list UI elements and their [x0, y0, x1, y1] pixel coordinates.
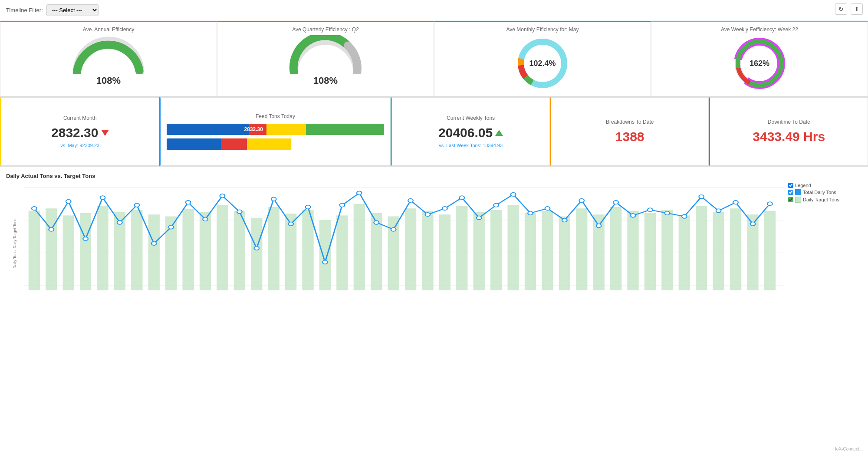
svg-rect-32 [319, 220, 331, 290]
timeline-select[interactable]: --- Select --- [46, 4, 99, 16]
svg-rect-53 [679, 215, 690, 290]
stat-feed-tons-title: Feed Tons Today [256, 113, 295, 119]
svg-point-81 [408, 199, 413, 203]
legend-total-checkbox[interactable] [788, 190, 793, 195]
svg-point-95 [648, 208, 653, 212]
svg-rect-58 [764, 211, 776, 290]
svg-rect-49 [610, 207, 621, 290]
svg-point-87 [511, 193, 516, 197]
svg-point-78 [357, 191, 362, 195]
stat-breakdowns-title: Breakdowns To Date [606, 119, 654, 125]
gauge-monthly-title: Ave Monthly Efficiency for: May [439, 26, 646, 33]
stat-downtime: Downtime To Date 3433.49 Hrs [709, 97, 868, 166]
svg-point-65 [135, 203, 140, 207]
svg-point-79 [374, 220, 379, 224]
semi-gauge-quarterly [286, 35, 365, 74]
donut-gauge-monthly: 102.4% [514, 35, 571, 92]
svg-rect-44 [525, 213, 536, 290]
svg-point-99 [716, 209, 721, 213]
gauge-monthly-value: 102.4% [529, 59, 556, 68]
svg-rect-28 [251, 218, 262, 290]
svg-point-74 [288, 222, 293, 226]
stat-current-month-value: 2832.30 [51, 125, 108, 140]
gauge-annual-value: 108% [5, 75, 212, 86]
export-button[interactable]: ⬆ [851, 3, 863, 15]
svg-rect-56 [730, 208, 741, 290]
stat-weekly-tons: Current Weekly Tons 20406.05 vs. Last We… [391, 97, 550, 166]
feed-tons-bar-top: 2832.30 [167, 124, 385, 135]
svg-point-63 [100, 196, 105, 200]
svg-rect-41 [473, 212, 485, 290]
svg-rect-39 [439, 214, 450, 290]
stat-breakdowns: Breakdowns To Date 1388 [550, 97, 709, 166]
gauge-weekly-title: Ave Weekly Eefficiency: Week 22 [656, 26, 863, 33]
svg-point-67 [168, 225, 174, 229]
svg-rect-45 [542, 211, 553, 290]
chart-title: Daily Actual Tons vs. Target Tons [6, 173, 862, 179]
gauge-quarterly: Ave Quarterly Efficiency : Q2 108% [217, 21, 434, 96]
svg-rect-35 [371, 213, 382, 290]
legend-label: Legend [795, 183, 811, 188]
svg-point-102 [767, 202, 773, 206]
svg-point-75 [306, 205, 311, 209]
svg-point-97 [682, 214, 687, 218]
svg-rect-51 [644, 213, 656, 290]
svg-rect-24 [182, 209, 194, 290]
svg-rect-55 [713, 212, 724, 290]
gauge-row: Ave. Annual Efficiency 108% Ave Quarterl… [0, 21, 868, 97]
bar-yellow-2 [247, 138, 290, 150]
stat-downtime-title: Downtime To Date [768, 119, 810, 125]
svg-point-73 [271, 197, 276, 201]
bar-red-2 [221, 138, 247, 150]
svg-point-91 [579, 199, 584, 203]
chart-legend: Legend Total Daily Tons Daily Target Ton… [788, 183, 862, 204]
svg-point-86 [493, 203, 499, 207]
svg-point-71 [237, 210, 242, 214]
svg-point-77 [340, 203, 345, 207]
svg-rect-52 [661, 210, 673, 290]
svg-rect-21 [131, 210, 142, 290]
stat-current-month-title: Current Month [63, 115, 97, 121]
legend-total-label: Total Daily Tons [803, 190, 836, 195]
svg-rect-54 [696, 206, 707, 290]
svg-point-93 [613, 201, 618, 204]
legend-checkbox[interactable] [788, 183, 793, 188]
svg-rect-16 [46, 208, 57, 290]
svg-rect-43 [507, 205, 519, 290]
stat-current-month: Current Month 2832.30 vs. May: 92309.23 [0, 97, 159, 166]
legend-target-checkbox[interactable] [788, 197, 793, 202]
svg-point-70 [220, 194, 225, 198]
stat-breakdowns-value: 1388 [615, 129, 644, 144]
svg-rect-38 [422, 211, 433, 290]
svg-point-68 [186, 201, 191, 204]
svg-rect-47 [576, 208, 587, 290]
svg-rect-50 [627, 211, 638, 290]
gauge-weekly: Ave Weekly Eefficiency: Week 22 162% [651, 21, 868, 96]
gauge-quarterly-value: 108% [222, 75, 429, 86]
svg-point-94 [631, 214, 636, 217]
svg-point-89 [545, 207, 550, 211]
svg-rect-29 [268, 207, 279, 290]
svg-point-85 [477, 216, 482, 220]
main-chart: 4000 3000 2000 [23, 183, 784, 304]
donut-gauge-weekly: 162% [731, 35, 788, 92]
chart-section: Daily Actual Tons vs. Target Tons Daily … [0, 167, 868, 310]
bar-yellow [266, 124, 306, 135]
feed-tons-bar: 2832.30 [167, 124, 385, 150]
svg-point-66 [151, 242, 157, 246]
stat-current-month-subtext: vs. May: 92309.23 [60, 143, 99, 148]
svg-point-96 [665, 211, 670, 215]
arrow-down-icon [101, 130, 109, 136]
stat-weekly-tons-subtext: vs. Last Week Tons: 13394.93 [439, 143, 503, 148]
svg-point-80 [391, 227, 396, 231]
svg-point-92 [596, 224, 602, 228]
legend-title: Legend [788, 183, 862, 188]
bar-green [306, 124, 385, 135]
stat-weekly-tons-value: 20406.05 [438, 125, 503, 140]
timeline-label: Timeline Filter: [6, 7, 43, 13]
legend-target-label: Daily Target Tons [803, 197, 839, 202]
gauge-monthly: Ave Monthly Efficiency for: May 102.4% [434, 21, 651, 96]
refresh-button[interactable]: ↻ [835, 3, 847, 15]
svg-point-84 [459, 196, 464, 200]
svg-point-88 [528, 211, 533, 215]
